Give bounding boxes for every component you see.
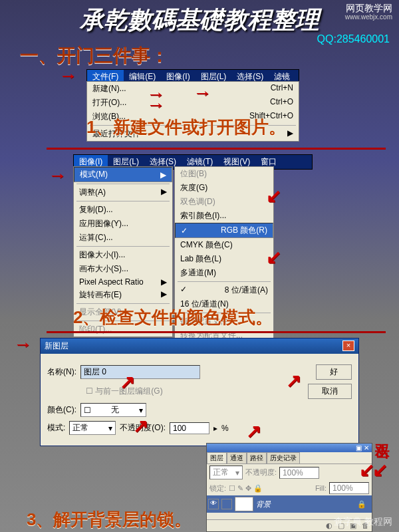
new-layer-dialog: 新图层 × 名称(N): 图层 0 好 ☐ 与前一图层编组(G) 取消 颜色(C… <box>40 338 359 446</box>
arrow-icon <box>266 185 281 207</box>
layer-thumb <box>235 497 253 511</box>
mode-8bit[interactable]: ✓8 位/通道(A) <box>175 283 273 297</box>
watermark: 查字典 教程网 <box>334 516 392 528</box>
tutorial-title: 承乾數碼基礎教程整理 <box>80 4 319 37</box>
opacity-input[interactable]: 100 <box>170 422 209 434</box>
close-icon[interactable]: × <box>342 340 354 351</box>
panel-btn-icon[interactable]: ◐ <box>326 521 332 530</box>
menu-item-apply[interactable]: 应用图像(Y)... <box>74 217 172 231</box>
link-icon[interactable] <box>221 499 232 509</box>
menu-item-duplicate[interactable]: 复制(D)... <box>74 203 172 217</box>
ok-button[interactable]: 好 <box>316 364 352 380</box>
arrow-icon <box>133 415 148 437</box>
mode-cmyk[interactable]: CMYK 颜色(C) <box>175 238 273 252</box>
menu-item-rotate[interactable]: 旋转画布(E)▶ <box>74 288 172 302</box>
menu-item-calc[interactable]: 运算(C)... <box>74 231 172 245</box>
pct-label: % <box>221 424 229 433</box>
lock-label: 锁定: <box>209 483 226 493</box>
fill-value: 100% <box>329 482 369 494</box>
menu-item-mode[interactable]: 模式(M)▶ <box>74 167 172 182</box>
mode-label: 模式: <box>47 422 65 434</box>
arrow-icon <box>286 370 301 392</box>
mode-duotone: 双色调(D) <box>175 195 273 209</box>
dialog-titlebar[interactable]: 新图层 × <box>41 338 358 354</box>
divider <box>47 148 386 150</box>
arrow-icon <box>246 420 261 442</box>
tab-paths[interactable]: 路径 <box>247 452 267 464</box>
name-label: 名称(N): <box>47 366 76 378</box>
tab-channels[interactable]: 通道 <box>227 452 247 464</box>
mode-indexed[interactable]: 索引颜色(I)... <box>175 209 273 223</box>
arrow-icon <box>13 334 32 355</box>
mode-select[interactable]: 正常▾ <box>69 421 116 435</box>
arrow-icon <box>48 165 66 186</box>
panel-tabs[interactable]: 图层 通道 路径 历史记录 <box>207 452 372 464</box>
color-label: 颜色(C): <box>47 404 76 416</box>
tab-layers[interactable]: 图层 <box>207 452 227 464</box>
blend-select: 正常▾ <box>209 466 243 479</box>
divider <box>47 331 386 333</box>
menu-item-par[interactable]: Pixel Aspect Ratio▶ <box>74 276 172 288</box>
tab-history[interactable]: 历史记录 <box>267 452 300 464</box>
cancel-button[interactable]: 取消 <box>308 384 352 399</box>
dialog-title-text: 新图层 <box>45 340 68 352</box>
section-1-heading: 一、开门三件事： <box>20 43 169 68</box>
mode-bitmap: 位图(B) <box>175 167 273 181</box>
name-input[interactable]: 图层 0 <box>80 365 200 379</box>
qq-contact: QQ:285460001 <box>317 33 390 45</box>
visibility-icon[interactable]: 👁 <box>208 499 219 509</box>
caption-2: 2、检查文件的颜色模式。 <box>73 306 273 329</box>
arrow-icon <box>193 82 211 104</box>
panel-titlebar[interactable]: ▣ ✕ <box>207 444 372 452</box>
lock-icon: 🔒 <box>357 500 366 509</box>
menu-item-canvas[interactable]: 画布大小(S)... <box>74 262 172 276</box>
mode-lab[interactable]: Lab 颜色(L) <box>175 252 273 266</box>
menu-item-adjust[interactable]: 调整(A)▶ <box>74 186 172 200</box>
brand-url: www.webjx.com <box>345 13 392 21</box>
arrow-icon <box>59 65 77 86</box>
arrow-icon <box>372 459 388 481</box>
mode-rgb[interactable]: ✓RGB 颜色(R) <box>175 223 273 238</box>
arrow-icon <box>120 371 135 393</box>
layer-row-background[interactable]: 👁 背景 🔒 <box>207 495 372 513</box>
caption-3: 3、解开背景层的锁。 <box>27 508 192 531</box>
caption-1: 1、新建文件或打开图片。 <box>86 116 286 139</box>
fill-label: Fill: <box>315 484 327 492</box>
mode-multichannel[interactable]: 多通道(M) <box>175 266 273 280</box>
menu-item-imgsize[interactable]: 图像大小(I)... <box>74 248 172 262</box>
panel-opacity-label: 不透明度: <box>245 467 277 477</box>
panel-opacity: 100% <box>279 467 319 479</box>
layer-name: 背景 <box>256 499 271 509</box>
mode-grayscale[interactable]: 灰度(G) <box>175 181 273 195</box>
arrow-icon <box>146 94 165 116</box>
arrow-icon <box>266 246 281 268</box>
